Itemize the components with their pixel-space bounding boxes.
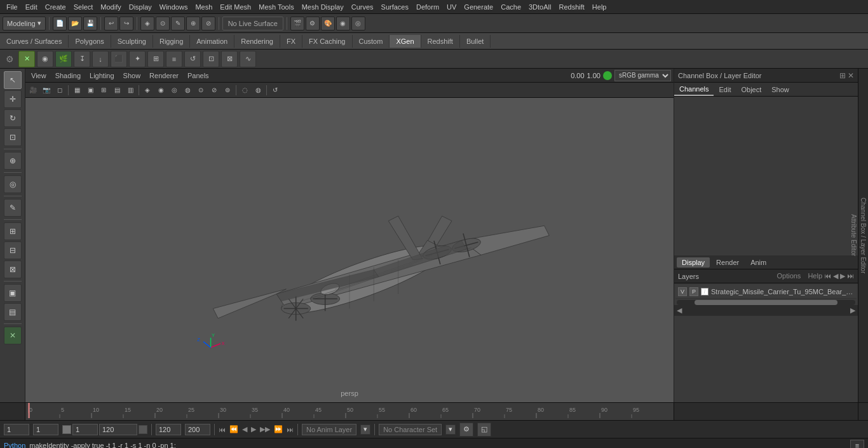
viewport-renderer-menu[interactable]: Renderer [146,71,182,81]
redo-button[interactable]: ↪ [119,17,133,31]
hypershade-button[interactable]: 🎨 [321,17,335,31]
soft-select-lt[interactable]: ◎ [4,175,22,193]
layer-visibility-v[interactable]: V [678,287,687,296]
scale-tool-lt[interactable]: ⊡ [4,128,22,146]
cb-tab-show[interactable]: Show [766,84,794,95]
rotate-tool-lt[interactable]: ↻ [4,109,22,127]
undo-button[interactable]: ↩ [104,17,118,31]
xgen-btn1[interactable]: ✕ [18,51,35,67]
menu-deform[interactable]: Deform [412,2,443,12]
menu-create[interactable]: Create [41,2,70,12]
viewport-canvas[interactable]: X Y Z persp [25,98,674,402]
frame-range-input[interactable] [72,424,98,435]
cb-close-btn[interactable]: ✕ [848,71,854,80]
xgen-btn2[interactable]: ◉ [37,51,53,67]
vp-shade5[interactable]: ⊙ [194,84,207,97]
snap-view2-lt[interactable]: ▤ [4,303,22,321]
layer-color[interactable]: / [701,288,709,295]
menu-redshift[interactable]: Redshift [555,2,588,12]
menu-edit-mesh[interactable]: Edit Mesh [216,2,255,12]
xgen-btn4[interactable]: ↧ [74,51,90,67]
xgen-btn5[interactable]: ↓ [92,51,109,67]
xgen-btn11[interactable]: ⊡ [203,51,219,67]
menu-generate[interactable]: Generate [460,2,497,12]
viewport-shading-menu[interactable]: Shading [52,71,84,81]
viewport-show-menu[interactable]: Show [120,71,144,81]
cb-tab-channels[interactable]: Channels [674,83,714,96]
prev-key-btn[interactable]: ⏪ [229,425,238,433]
next-frame-btn[interactable]: ▶▶ [260,425,270,433]
vp-anim1[interactable]: ↺ [269,84,281,97]
save-file-button[interactable]: 💾 [83,17,97,31]
select-tool-button[interactable]: ◈ [140,17,154,31]
tab-redshift[interactable]: Redshift [421,35,460,48]
live-surface-button[interactable]: No Live Surface [222,17,283,31]
move-tool-lt[interactable]: ✛ [4,90,22,108]
new-file-button[interactable]: 📄 [53,17,67,31]
render-button[interactable]: 🎬 [290,17,304,31]
prefs-btn[interactable]: ⚙ [459,423,473,437]
menu-mesh[interactable]: Mesh [191,2,216,12]
viewport-panels-menu[interactable]: Panels [184,71,212,81]
settings-gear-icon[interactable]: ⚙ [3,52,17,66]
tab-curves-surfaces[interactable]: Curves / Surfaces [0,35,69,48]
character-set-arrow[interactable]: ▾ [445,424,456,435]
edge-tab-channel-box[interactable]: Channel Box / Layer Editor [858,194,868,278]
xgen-btn9[interactable]: ≡ [166,51,182,67]
mode-dropdown[interactable]: Modeling ▾ [3,17,46,31]
cb-anim-tab[interactable]: Anim [745,257,771,268]
menu-curves[interactable]: Curves [348,2,377,12]
xgen-btn10[interactable]: ↺ [184,51,201,67]
viewport-lighting-menu[interactable]: Lighting [86,71,118,81]
display-btn2[interactable]: ◎ [351,17,365,31]
frame-start-input[interactable] [4,424,29,435]
vp-display1[interactable]: ▦ [71,84,83,97]
layout-btn1[interactable]: ⊞ [4,222,22,240]
select-tool-lt[interactable]: ↖ [4,71,22,89]
tab-animation[interactable]: Animation [190,35,234,48]
vp-shade2[interactable]: ◉ [154,84,167,97]
cb-display-tab[interactable]: Display [677,257,710,268]
vp-shade3[interactable]: ◎ [168,84,180,97]
scroll-right-btn[interactable]: ▶ [850,306,855,315]
script-editor-btn[interactable]: ≡ [850,440,864,449]
tab-custom[interactable]: Custom [353,35,390,48]
tab-polygons[interactable]: Polygons [69,35,111,48]
xgen-icon-lt[interactable]: ✕ [4,327,22,344]
cb-expand-btn[interactable]: ⊞ [839,71,846,80]
menu-file[interactable]: File [3,2,22,12]
menu-windows[interactable]: Windows [156,2,192,12]
colorspace-select[interactable]: sRGB gamma [614,70,671,81]
vp-display2[interactable]: ▣ [84,84,97,97]
menu-mesh-display[interactable]: Mesh Display [298,2,348,12]
cam-btn1[interactable]: 🎥 [27,84,39,97]
vp-shade6[interactable]: ⊘ [208,84,220,97]
frame-total-input[interactable] [185,424,210,435]
menu-display[interactable]: Display [125,2,156,12]
layers-help[interactable]: Help [808,272,822,280]
xgen-btn3[interactable]: 🌿 [55,51,72,67]
menu-select[interactable]: Select [70,2,97,12]
play-end-btn[interactable]: ⏭ [287,426,294,433]
scroll-left-btn[interactable]: ◀ [677,306,682,315]
layer-scrollbar[interactable] [677,300,855,305]
frame-end-input[interactable] [99,424,137,435]
paint-button[interactable]: ✎ [171,17,185,31]
tab-xgen[interactable]: XGen [390,35,421,48]
cam-btn2[interactable]: 📷 [40,84,53,97]
edge-tab-attribute-editor[interactable]: Attribute Editor [849,210,858,260]
magnet-button[interactable]: ⊘ [201,17,215,31]
layer-scroll-thumb[interactable] [695,300,837,305]
vp-display5[interactable]: ▥ [124,84,137,97]
play-start-btn[interactable]: ⏮ [219,426,226,433]
xgen-btn6[interactable]: ⬛ [111,51,127,67]
snap-button[interactable]: ⊕ [186,17,200,31]
paint-skin-lt[interactable]: ✎ [4,199,22,217]
tab-sculpting[interactable]: Sculpting [111,35,153,48]
extra-btn[interactable]: ◱ [477,423,491,437]
xgen-btn12[interactable]: ⊠ [221,51,238,67]
frame-current-input[interactable] [33,424,58,435]
menu-modify[interactable]: Modify [97,2,125,12]
layout-btn2[interactable]: ⊟ [4,241,22,259]
vp-xray1[interactable]: ◌ [238,84,251,97]
